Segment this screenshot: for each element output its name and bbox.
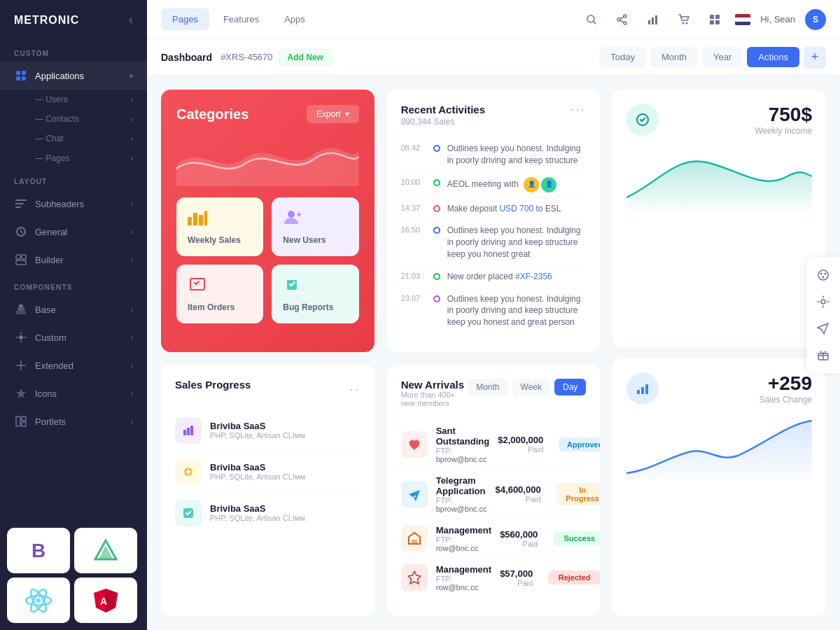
rp-palette-icon[interactable] [812,264,834,286]
sidebar-item-chat[interactable]: — Chat › [21,129,147,148]
svg-marker-15 [16,388,26,398]
new-users-icon: + [283,209,347,230]
custom-arrow: › [131,334,133,342]
sales-change-chart [626,410,812,480]
tab-pages[interactable]: Pages [161,8,209,30]
sidebar-item-base[interactable]: Base › [0,295,147,323]
svg-rect-42 [193,213,197,225]
vue-logo[interactable] [74,528,137,573]
svg-marker-60 [408,571,421,584]
rp-send-icon[interactable] [812,317,834,340]
sidebar-item-builder[interactable]: Builder › [0,246,147,274]
sidebar-toggle-icon[interactable]: ‹ [129,13,133,27]
arrival-item-1: Sant Outstanding FTP: bprow@bnc.cc $2,00… [401,420,587,470]
briviba-logo-2 [175,458,202,485]
sidebar-item-extended[interactable]: Extended › [0,351,147,379]
sales-progress-menu[interactable]: ·· [350,384,360,396]
arrivals-tab-week[interactable]: Week [512,379,550,396]
sales-change-value: +259 [760,372,812,395]
activity-dot-green-2 [433,273,440,280]
sidebar-item-general[interactable]: General › [0,218,147,246]
briviba-logo-1 [175,417,202,444]
sales-progress-card: Sales Progress ·· Briviba SaaS PHP, SQLi… [161,365,374,616]
activities-title: Recent Activities [401,104,485,115]
svg-rect-6 [15,206,21,208]
arrival-item-2: Telegram Application FTP: bprow@bnc.cc $… [401,470,587,519]
weekly-sales-item[interactable]: Weekly Sales [176,197,263,256]
sidebar-item-icons[interactable]: Icons › [0,379,147,407]
sales-item-1: Briviba SaaS PHP, SQLite, Artisan CLIмм [175,410,360,451]
svg-point-24 [36,598,41,603]
react-logo[interactable] [7,578,70,623]
builder-label: Builder [35,255,131,265]
svg-rect-11 [16,311,26,314]
sidebar-item-applications[interactable]: Applications ▾ [0,62,147,90]
extended-label: Extended [35,360,131,371]
subheaders-label: Subheaders [35,199,131,209]
year-button[interactable]: Year [702,47,743,67]
management2-badge: Rejected [548,570,600,584]
item-orders-item[interactable]: Item Orders [176,265,263,323]
svg-rect-13 [19,304,23,307]
sidebar-item-subheaders[interactable]: Subheaders › [0,190,147,218]
export-button[interactable]: Export ▾ [307,105,359,123]
arrivals-tab-month[interactable]: Month [468,379,507,396]
actions-button[interactable]: Actions [747,47,799,67]
chart-icon[interactable] [643,9,664,30]
contacts-arrow-icon: › [131,115,133,123]
rp-gift-icon[interactable] [812,344,834,366]
sidebar-item-custom[interactable]: Custom › [0,323,147,351]
svg-rect-12 [18,307,24,311]
svg-rect-37 [710,15,714,19]
components-section-label: COMPONENTS [0,274,147,295]
activities-menu-icon[interactable]: ··· [570,104,586,116]
language-flag[interactable] [735,14,750,25]
new-users-item[interactable]: + New Users [272,197,358,256]
angular-logo[interactable]: A [74,578,137,623]
avatar-1: 👤 [524,177,539,192]
management1-badge: Success [553,531,600,545]
grid-icon[interactable] [704,9,725,30]
base-icon [14,302,28,316]
sidebar-item-users[interactable]: — Users › [21,90,147,109]
portlets-arrow: › [131,418,133,426]
add-icon-button[interactable]: + [804,46,826,69]
activity-item-6: 23:07 Outlines keep you honest. Indulgin… [401,288,587,333]
month-button[interactable]: Month [650,47,698,67]
telegram-icon [401,481,428,507]
svg-rect-32 [648,20,650,24]
tab-apps[interactable]: Apps [273,8,316,30]
tab-features[interactable]: Features [212,8,270,30]
svg-rect-55 [190,426,193,435]
svg-rect-2 [16,76,20,80]
svg-point-36 [686,22,688,24]
svg-text:A: A [100,596,107,607]
svg-point-29 [624,15,626,18]
sant-icon [401,431,428,458]
activity-item-3: 14:37 Make deposit USD 700 to ESL [401,198,587,220]
rp-settings-icon[interactable] [812,290,834,313]
layout-section-label: LAYOUT [0,168,147,190]
cart-icon[interactable] [673,9,694,30]
arrivals-title: New Arrivals [401,379,468,391]
bootstrap-logo[interactable]: B [7,528,70,573]
user-avatar[interactable]: S [805,9,826,30]
share-icon[interactable] [612,9,633,30]
search-icon[interactable] [581,9,602,30]
svg-rect-17 [22,416,26,421]
sales-change-card: +259 Sales Change [612,358,826,616]
today-button[interactable]: Today [599,47,646,67]
management1-amount: $560,000 Paid [500,529,538,548]
add-new-button[interactable]: Add New [279,49,332,66]
sidebar-item-contacts[interactable]: — Contacts › [21,109,147,129]
categories-card: Categories Export ▾ Weekly Sales [161,90,374,352]
arrivals-tab-day[interactable]: Day [554,379,586,396]
svg-rect-16 [16,416,20,426]
sales-change-label: Sales Change [760,395,812,405]
topnav-right-area: Hi, Sean S [581,9,826,30]
sidebar-item-pages[interactable]: — Pages › [21,148,147,168]
sidebar-item-portlets[interactable]: Portlets › [0,407,147,435]
extended-arrow: › [131,362,133,370]
bug-reports-item[interactable]: Bug Reports [272,265,358,323]
management2-icon [401,564,428,591]
